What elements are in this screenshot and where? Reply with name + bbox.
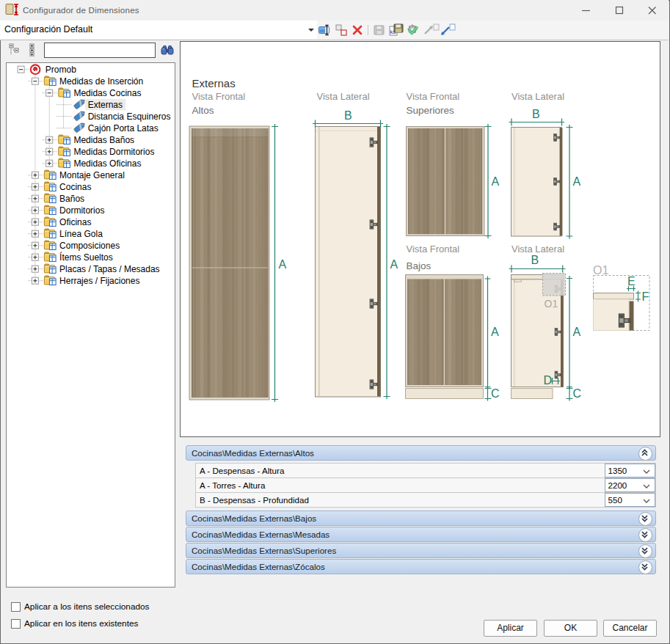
svg-text:Herrajes / Fijaciones: Herrajes / Fijaciones xyxy=(59,276,139,286)
svg-text:Línea Gola: Línea Gola xyxy=(59,229,103,239)
svg-text:C: C xyxy=(491,387,500,400)
svg-text:Distancia Esquineros: Distancia Esquineros xyxy=(88,111,171,122)
svg-text:Vista Frontal: Vista Frontal xyxy=(407,244,460,255)
svg-text:O1: O1 xyxy=(593,264,608,277)
svg-text:Cocinas: Cocinas xyxy=(59,182,91,192)
svg-text:Dormitorios: Dormitorios xyxy=(59,205,104,216)
svg-text:A: A xyxy=(573,326,581,338)
svg-text:Placas / Tapas / Mesadas: Placas / Tapas / Mesadas xyxy=(59,264,160,274)
svg-text:B: B xyxy=(344,109,352,122)
svg-text:Promob: Promob xyxy=(45,65,76,75)
svg-text:Montaje General: Montaje General xyxy=(59,170,125,180)
svg-text:Vista Frontal: Vista Frontal xyxy=(192,91,246,102)
svg-text:A: A xyxy=(279,258,287,271)
svg-text:Vista Frontal: Vista Frontal xyxy=(407,91,460,102)
svg-text:B: B xyxy=(532,108,540,120)
svg-text:A: A xyxy=(491,326,499,338)
svg-text:Medidas Baños: Medidas Baños xyxy=(73,135,134,145)
svg-text:Vista Lateral: Vista Lateral xyxy=(511,91,564,102)
svg-text:O1: O1 xyxy=(545,298,558,310)
svg-text:Medidas Oficinas: Medidas Oficinas xyxy=(73,158,141,169)
svg-text:Oficinas: Oficinas xyxy=(59,217,91,227)
svg-text:Superiores: Superiores xyxy=(407,105,455,116)
svg-text:Baños: Baños xyxy=(59,194,84,204)
svg-text:A: A xyxy=(390,258,398,271)
svg-text:Externas: Externas xyxy=(192,77,236,89)
svg-text:Cajón Porta Latas: Cajón Porta Latas xyxy=(88,123,159,133)
svg-text:F: F xyxy=(642,290,649,303)
svg-text:Composiciones: Composiciones xyxy=(59,241,120,251)
svg-text:Medidas Cocinas: Medidas Cocinas xyxy=(73,88,141,98)
svg-text:A: A xyxy=(573,175,581,188)
svg-text:Ítems Sueltos: Ítems Sueltos xyxy=(59,252,113,263)
svg-text:E: E xyxy=(627,275,636,288)
svg-text:Bajos: Bajos xyxy=(407,260,432,271)
svg-text:A: A xyxy=(492,175,500,188)
svg-text:D: D xyxy=(544,374,553,387)
svg-text:Externas: Externas xyxy=(88,100,123,110)
svg-text:B: B xyxy=(531,254,539,266)
svg-text:Medidas Dormitorios: Medidas Dormitorios xyxy=(73,147,154,157)
svg-text:C: C xyxy=(573,387,582,400)
svg-text:Altos: Altos xyxy=(192,105,214,116)
svg-text:Medidas de Inserción: Medidas de Inserción xyxy=(59,76,143,87)
svg-text:Vista Lateral: Vista Lateral xyxy=(317,91,370,102)
